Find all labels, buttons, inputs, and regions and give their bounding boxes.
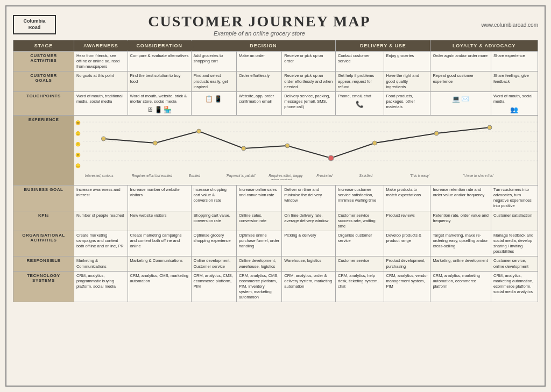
svg-text:Frustrated: Frustrated bbox=[316, 174, 333, 177]
cell-touchpoints-3: Website, app, order confirmation email bbox=[236, 91, 281, 115]
svg-text:😐: 😐 bbox=[75, 141, 81, 147]
svg-text:'I have to share this': 'I have to share this' bbox=[463, 174, 493, 177]
cell-activities-4: Receive or pick up on order bbox=[282, 52, 336, 72]
stage-tech: TECHNOLOGYSYSTEMS bbox=[13, 271, 74, 302]
cell-touchpoints-5: Phone, email, chat 📞 bbox=[336, 91, 384, 115]
cell-business-8: Turn customers into advocates, turn nega… bbox=[491, 186, 538, 211]
cell-goals-6: Have the right and good quality ingredie… bbox=[384, 72, 430, 91]
cell-org-0: Create marketing campaigns and content b… bbox=[74, 231, 128, 256]
cell-tech-6: CRM, analytics, vendor management system… bbox=[384, 271, 430, 302]
cell-kpis-8: Customer satisfaction bbox=[491, 211, 538, 231]
experience-svg: 😊 🙂 😐 😕 😞 bbox=[74, 116, 538, 180]
col-header-consideration: CONSIDERATION bbox=[128, 40, 191, 52]
cell-kpis-2: Shopping cart value, conversion rate bbox=[191, 211, 236, 231]
cell-tech-0: CRM, analytics, programmatic buying plat… bbox=[74, 271, 128, 302]
logo: Columbia Road bbox=[13, 15, 56, 34]
cell-kpis-6: Product reviews bbox=[384, 211, 430, 231]
website-area: www.columbiaroad.com bbox=[463, 22, 538, 28]
cell-activities-3: Make an order bbox=[236, 52, 281, 72]
phone-icon: 📱 bbox=[154, 106, 163, 113]
cell-goals-2: Find and select products easily, get ins… bbox=[191, 72, 236, 91]
cell-activities-5: Contact customer service bbox=[336, 52, 384, 72]
cell-tech-8: CRM, analytics, marketing automation, ec… bbox=[491, 271, 538, 302]
cell-activities-1: Compare & evaluate alternatives bbox=[128, 52, 191, 72]
row-touchpoints: TOUCHPOINTS Word of mouth, traditional m… bbox=[13, 91, 538, 115]
svg-text:😊: 😊 bbox=[75, 120, 81, 125]
touchpoint-icons-5: 📞 bbox=[338, 101, 382, 108]
touchpoint-icons-8: 👥 bbox=[493, 106, 535, 113]
cell-tech-4: CRM, analytics, order & delivery system,… bbox=[282, 271, 336, 302]
col-header-stage: STAGE bbox=[13, 40, 74, 52]
cell-kpis-5: Customer service success rate, waiting t… bbox=[336, 211, 384, 231]
cell-resp-5: Customer service bbox=[336, 256, 384, 271]
svg-point-16 bbox=[372, 141, 377, 145]
cell-activities-0: Hear from friends, see offline or online… bbox=[74, 52, 128, 72]
journey-table: STAGE AWARENESS CONSIDERATION DECISION D… bbox=[13, 40, 538, 302]
cell-org-6: Develop products & product range bbox=[384, 231, 430, 256]
header-row: STAGE AWARENESS CONSIDERATION DECISION D… bbox=[13, 40, 538, 52]
cell-resp-6: Product development, purchasing bbox=[384, 256, 430, 271]
cell-tech-5: CRM, analytics, help desk, ticketing sys… bbox=[336, 271, 384, 302]
cell-touchpoints-6: Food products, packages, other materials bbox=[384, 91, 430, 115]
cell-goals-1: Find the best solution to buy food bbox=[128, 72, 191, 91]
page-header: Columbia Road CUSTOMER JOURNEY MAP Examp… bbox=[13, 13, 538, 37]
svg-text:Satisfied: Satisfied bbox=[359, 174, 372, 177]
stage-kpis: KPIs bbox=[13, 211, 74, 231]
stage-activities: CUSTOMERACTIVITIES bbox=[13, 52, 74, 72]
svg-point-13 bbox=[242, 146, 246, 151]
cell-org-2: Optimise grocery shopping experience bbox=[191, 231, 236, 256]
cell-business-4: Deliver on time and minimise the deliver… bbox=[282, 186, 336, 211]
cell-org-5: Organise customer service bbox=[336, 231, 384, 256]
cell-tech-2: CRM, analytics, CMS, ecommerce platform,… bbox=[191, 271, 236, 302]
svg-point-18 bbox=[488, 125, 492, 130]
website-text: www.columbiaroad.com bbox=[481, 22, 538, 28]
cell-resp-1: Marketing & Communications bbox=[128, 256, 191, 271]
cell-resp-7: Marketing, online development bbox=[430, 256, 491, 271]
cell-touchpoints-4: Delivery service, packing, messages (ema… bbox=[282, 91, 336, 115]
cell-resp-0: Marketing & Communications bbox=[74, 256, 128, 271]
row-responsible: RESPONSIBLE Marketing & Communications M… bbox=[13, 256, 538, 271]
touchpoint-icons-2: 📋 📱 bbox=[194, 95, 234, 103]
logo-area: Columbia Road bbox=[13, 15, 56, 34]
cell-kpis-7: Retention rate, order value and frequenc… bbox=[430, 211, 491, 231]
stage-business: BUSINESS GOAL bbox=[13, 186, 74, 211]
cell-org-3: Optimise online purchase funnel, order h… bbox=[236, 231, 281, 256]
svg-point-17 bbox=[434, 131, 439, 136]
stage-responsible: RESPONSIBLE bbox=[13, 256, 74, 271]
cell-resp-3: Online development, warehouse, logistics bbox=[236, 256, 281, 271]
svg-text:😞: 😞 bbox=[75, 163, 81, 168]
svg-text:😕: 😕 bbox=[75, 152, 81, 158]
stage-touchpoints: TOUCHPOINTS bbox=[13, 91, 74, 115]
page-wrapper: Columbia Road CUSTOMER JOURNEY MAP Examp… bbox=[5, 5, 546, 387]
cell-goals-3: Order effortlessly bbox=[236, 72, 281, 91]
stage-goals: CUSTOMERGOALS bbox=[13, 72, 74, 91]
tablet-icon: 📋 bbox=[205, 95, 213, 103]
touchpoint-icons-7: 💻 ✉️ bbox=[433, 95, 489, 103]
cell-org-8: Manage feedback and social media, develo… bbox=[491, 231, 538, 256]
cell-org-4: Picking & delivery bbox=[282, 231, 336, 256]
cell-org-7: Target marketing, make re-ordering easy,… bbox=[430, 231, 491, 256]
cell-activities-6: Enjoy groceries bbox=[384, 52, 430, 72]
cell-goals-8: Share feelings, give feedback bbox=[491, 72, 538, 91]
title-area: CUSTOMER JOURNEY MAP Example of an onlin… bbox=[56, 13, 463, 37]
col-header-awareness: AWARENESS bbox=[74, 40, 128, 52]
social-icon: 👥 bbox=[510, 106, 518, 113]
cell-resp-8: Customer service, online development bbox=[491, 256, 538, 271]
phone2-icon: 📱 bbox=[214, 95, 222, 103]
cell-goals-0: No goals at this point bbox=[74, 72, 128, 91]
svg-point-14 bbox=[285, 144, 289, 148]
cell-business-7: Increase retention rate and order value … bbox=[430, 186, 491, 211]
svg-text:Requires effort but excited: Requires effort but excited bbox=[132, 174, 172, 178]
svg-point-10 bbox=[101, 137, 105, 141]
svg-text:Requires effort, happy: Requires effort, happy bbox=[269, 174, 303, 178]
row-activities: CUSTOMERACTIVITIES Hear from friends, se… bbox=[13, 52, 538, 72]
svg-point-15 bbox=[328, 155, 334, 161]
cell-business-5: Increase customer service satisfaction, … bbox=[336, 186, 384, 211]
cell-business-0: Increase awareness and interest bbox=[74, 186, 128, 211]
svg-point-11 bbox=[153, 141, 157, 145]
svg-text:when received: when received bbox=[271, 178, 292, 180]
cell-goals-4: Receive or pick up an order effortlessly… bbox=[282, 72, 336, 91]
cell-resp-4: Warehouse, logistics bbox=[282, 256, 336, 271]
svg-point-12 bbox=[197, 129, 201, 133]
row-experience: EXPERIENCE 😊 🙂 😐 😕 😞 bbox=[13, 116, 538, 186]
